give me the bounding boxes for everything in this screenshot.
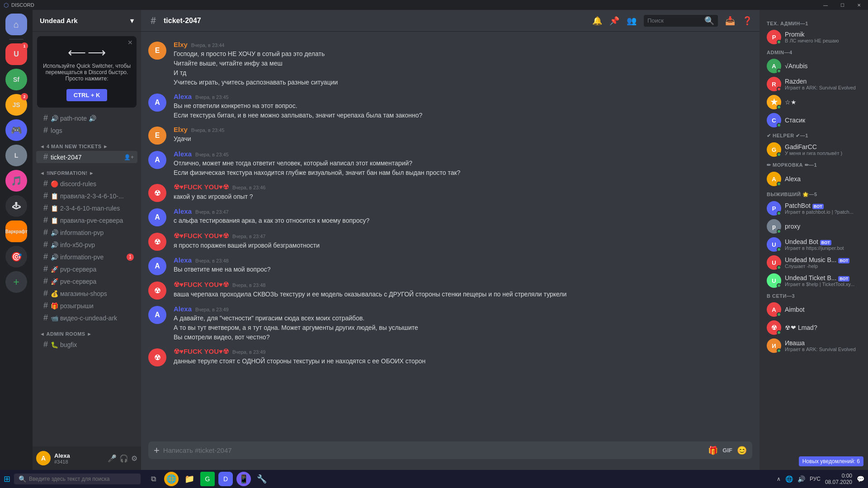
gif-icon[interactable]: GIF [722,447,732,454]
channel-path-note[interactable]: # 🔊 path-note 🔊 [36,112,137,124]
channel-logs[interactable]: # logs [36,124,137,136]
deafen-icon[interactable]: 🎧 [119,454,128,463]
channel-video[interactable]: # 📹 видео-с-undead-ark [36,312,137,324]
maximize-btn[interactable]: ☐ [837,2,848,9]
window-controls[interactable]: — ☐ ✕ [820,2,864,9]
member-proxy[interactable]: p proxy [763,217,864,235]
close-btn[interactable]: ✕ [854,2,864,9]
member-patchbot[interactable]: P PatchBot BOT Играет в patchbot.io | ?p… [763,199,864,217]
server-sf[interactable]: Sf [5,69,27,90]
server-7[interactable]: 🕹 [5,195,27,217]
channel-info-pvp[interactable]: # 🔊 information-pvp [36,226,137,239]
message-author[interactable]: Alexa [174,93,192,100]
message-text: Если текстура битая, и в нее можно заплы… [174,111,752,120]
member-promik[interactable]: P Promik В ЛС ничего НЕ решаю [763,28,864,46]
taskbar-browser-icon[interactable]: 🌐 [164,472,179,486]
channel-info-x50[interactable]: # 🔊 info-x50-pvp [36,239,137,251]
taskbar-volume-icon[interactable]: 🔊 [797,475,805,483]
channel-shops[interactable]: # 💰 магазины-shops [36,287,137,300]
member-star[interactable]: ★ ☆★ [763,93,864,111]
message-header: ☢♥FUCK YOU♥☢ Вчера, в 23:46 [174,183,752,191]
member-alexa[interactable]: A Alexa [763,170,864,188]
inbox-icon[interactable]: 📥 [725,16,735,26]
taskbar-up-arrow-icon[interactable]: ∧ [777,476,781,482]
member-stasik[interactable]: С Стасик [763,111,864,129]
message-input[interactable] [163,441,704,459]
taskbar-viber-icon[interactable]: 📱 [236,472,251,486]
channel-giveaway[interactable]: # 🎁 розыгрыши [36,300,137,312]
members-icon[interactable]: 👥 [627,16,637,26]
member-avatar: P [767,30,781,44]
message-author[interactable]: ☢♥FUCK YOU♥☢ [174,347,229,356]
taskbar-discord-icon[interactable]: D [218,472,233,486]
minimize-btn[interactable]: — [820,2,831,9]
channel-bugfix[interactable]: # 🐛 bugfix [36,338,137,351]
task-view-icon[interactable]: ⧉ [146,472,160,486]
channel-pravila-2[interactable]: # 📋 правила-2-3-4-6-10-... [36,190,137,202]
mute-icon[interactable]: 🎤 [108,454,117,463]
message-author[interactable]: Elxy [174,126,188,133]
server-undead[interactable]: U 1 [5,43,27,65]
member-undead-bot[interactable]: U Undead Bot BOT Играет в https://junipe… [763,235,864,253]
taskbar-lang[interactable]: РУС [810,476,821,482]
close-tooltip-button[interactable]: ✕ [127,39,133,46]
notification-bubble[interactable]: Новых уведомлений: 6 [799,456,863,466]
gift-icon[interactable]: 🎁 [708,446,718,455]
channel-ticket-2047[interactable]: # ticket-2047 👤+ [36,151,137,163]
channel-pravila-pve[interactable]: # 📋 правила-pve-сервера [36,214,137,226]
message-author[interactable]: Alexa [174,256,192,264]
message-text: я просто поражен вашей игровой безграмот… [174,241,752,250]
channel-discord-rules[interactable]: # 🔴 discord-rules [36,178,137,190]
member-name: Undead Bot BOT [785,238,861,245]
member-aimbot[interactable]: A Aimbot [763,300,864,319]
server-js[interactable]: JS 2 [5,94,27,116]
server-5[interactable]: L [5,145,27,166]
member-undead-music-bot[interactable]: U Undead Music B... BOT Слушает -help [763,253,864,272]
quick-switcher-icon: ⟵⟶ [42,45,131,60]
message-author[interactable]: ☢♥FUCK YOU♥☢ [174,232,229,240]
member-ivasha[interactable]: И Иваша Играет в ARK: Survival Evolved [763,337,864,355]
member-gadifarcc[interactable]: G GadiFarCC У меня и гига поплывёт ) [763,141,864,159]
message-author[interactable]: ☢♥FUCK YOU♥☢ [174,183,229,191]
message-timestamp: Вчера, в 23:46 [232,185,266,190]
taskbar-notification-icon[interactable]: 💬 [857,475,864,483]
message-text: Вы не ответили конкретно на этот вопрос. [174,101,752,111]
message-author[interactable]: Alexa [174,150,192,158]
channel-rules-2[interactable]: # 📋 2-3-4-6-10-man-rules [36,202,137,214]
settings-icon[interactable]: ⚙ [131,454,137,463]
emoji-icon[interactable]: 😊 [737,446,747,455]
member-razden[interactable]: R Razden Играет в ARK: Survival Evolved [763,75,864,93]
notification-bell-icon[interactable]: 🔔 [592,16,602,26]
channel-pve-servers[interactable]: # 🚀 pve-сервера [36,275,137,287]
add-server-button[interactable]: + [5,271,27,293]
taskbar-explorer-icon[interactable]: 📁 [182,472,197,486]
taskbar-search-input[interactable] [29,476,136,482]
chat-input-wrapper: + 🎁 GIF 😊 [148,441,752,459]
pin-icon[interactable]: 📌 [609,16,619,26]
server-9[interactable]: 🎯 [5,246,27,267]
message-author[interactable]: Alexa [174,207,192,215]
message-author[interactable]: Alexa [174,305,192,313]
attach-button[interactable]: + [154,445,160,456]
member-lmad[interactable]: ☢ ☢❤ Lmad? [763,319,864,337]
member-anubis[interactable]: A √Anubis [763,57,864,75]
search-input[interactable] [647,17,702,24]
channel-info-pve[interactable]: # 🔊 information-pve 1 [36,251,137,263]
server-4[interactable]: 🎮 [5,119,27,141]
server-header[interactable]: Undead Ark ▾ [33,10,141,32]
member-undead-ticket-bot[interactable]: U Undead Ticket B... BOT Играет в $help … [763,272,864,290]
member-info: Undead Bot BOT Играет в https://juniper.… [785,238,861,251]
message-author[interactable]: Elxy [174,41,188,48]
taskbar-logitech-icon[interactable]: G [200,472,215,486]
taskbar-extra-icon[interactable]: 🔧 [255,472,269,486]
server-varkraft[interactable]: Варкрафт [5,221,27,242]
windows-start-icon[interactable]: ⊞ [4,474,10,484]
message-author[interactable]: ☢♥FUCK YOU♥☢ [174,281,229,289]
ctrl-k-button[interactable]: CTRL + K [66,89,108,101]
search-box[interactable]: 🔍 [644,15,718,27]
taskbar-search[interactable]: 🔍 [14,474,141,484]
server-home[interactable]: ⌂ [5,14,27,35]
channel-pvp-servers[interactable]: # 🚀 pvp-сервера [36,263,137,275]
help-icon[interactable]: ❓ [742,16,752,26]
server-6[interactable]: 🎵 [5,170,27,192]
